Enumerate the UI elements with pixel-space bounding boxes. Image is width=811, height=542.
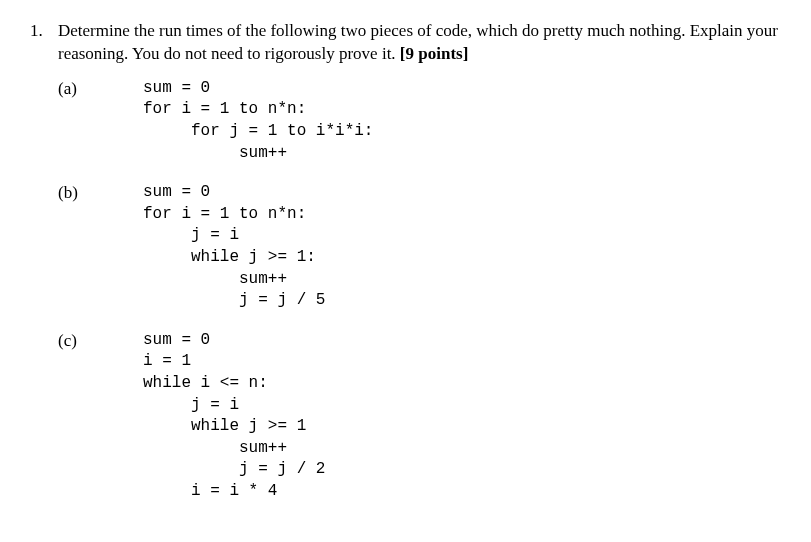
part-a: (a) sum = 0 for i = 1 to n*n: for j = 1 … xyxy=(58,78,781,164)
part-label: (b) xyxy=(58,182,143,205)
question-points: [9 points] xyxy=(400,44,468,63)
part-label: (a) xyxy=(58,78,143,101)
question-wrapper: 1. Determine the run times of the follow… xyxy=(30,20,781,521)
code-block: sum = 0 for i = 1 to n*n: j = i while j … xyxy=(143,182,325,312)
part-c: (c) sum = 0 i = 1 while i <= n: j = i wh… xyxy=(58,330,781,503)
question-text: Determine the run times of the following… xyxy=(58,20,781,66)
part-label: (c) xyxy=(58,330,143,353)
question-text-line1: Determine the run times of the following… xyxy=(58,21,685,40)
question-body: Determine the run times of the following… xyxy=(58,20,781,521)
part-b: (b) sum = 0 for i = 1 to n*n: j = i whil… xyxy=(58,182,781,312)
code-block: sum = 0 i = 1 while i <= n: j = i while … xyxy=(143,330,325,503)
code-block: sum = 0 for i = 1 to n*n: for j = 1 to i… xyxy=(143,78,373,164)
parts-container: (a) sum = 0 for i = 1 to n*n: for j = 1 … xyxy=(58,78,781,503)
question-number: 1. xyxy=(30,20,58,43)
